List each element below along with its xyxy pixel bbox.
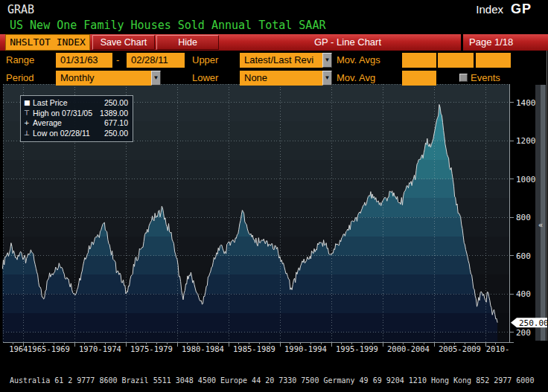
upper-label: Upper xyxy=(192,53,218,68)
hide-button[interactable]: Hide xyxy=(156,35,219,50)
mov-avgs-label: Mov. Avgs xyxy=(337,53,380,68)
svg-text:1990-1994: 1990-1994 xyxy=(284,344,327,353)
svg-text:1000: 1000 xyxy=(516,175,536,184)
average-marker-icon: + xyxy=(24,118,33,129)
function-indicator: Index GP xyxy=(476,1,532,17)
svg-text:1970-1974: 1970-1974 xyxy=(79,344,121,353)
upper-select[interactable]: Latest/Last Revi xyxy=(240,53,322,68)
high-marker-icon: ⊤ xyxy=(24,109,33,119)
svg-text:1964: 1964 xyxy=(9,344,28,353)
svg-text:1995-1999: 1995-1999 xyxy=(336,344,378,353)
chart-type-title: GP - Line Chart xyxy=(314,34,381,51)
legend-average-row: + Average 677.10 xyxy=(24,118,128,129)
low-marker-icon: ⊥ xyxy=(24,129,33,139)
toolbar-separator xyxy=(461,34,463,51)
range-label: Range xyxy=(6,53,34,68)
legend-high-row: ⊤ High on 07/31/05 1389.00 xyxy=(24,109,128,119)
last-price-marker-icon: ■ xyxy=(24,98,33,109)
svg-text:1965-1969: 1965-1969 xyxy=(28,344,70,353)
svg-text:2010-: 2010- xyxy=(486,344,510,353)
header: GRAB Index GP xyxy=(7,1,532,16)
svg-text:200: 200 xyxy=(516,328,531,338)
legend-value: 250.00 xyxy=(104,98,128,109)
events-label: Events xyxy=(471,71,500,86)
legend-label: Low on 02/28/11 xyxy=(33,129,104,139)
svg-text:1985-1989: 1985-1989 xyxy=(233,344,275,353)
legend-low-row: ⊥ Low on 02/28/11 250.00 xyxy=(24,129,128,139)
legend-value: 250.00 xyxy=(104,129,128,139)
save-chart-button[interactable]: Save Chart xyxy=(92,35,155,50)
chart-scrollbar-thumb[interactable] xyxy=(541,85,546,341)
lower-label: Lower xyxy=(192,71,218,86)
svg-text:2005-2009: 2005-2009 xyxy=(439,344,481,353)
period-dropdown-arrow-icon[interactable]: ▼ xyxy=(151,71,161,86)
footer-contact-line-1: Australia 61 2 9777 8600 Brazil 5511 304… xyxy=(10,376,535,385)
svg-text:800: 800 xyxy=(516,213,531,222)
svg-text:1400: 1400 xyxy=(516,98,536,108)
bloomberg-terminal-screen: « 20040060080010001200140019641965-19691… xyxy=(0,0,548,392)
svg-text:600: 600 xyxy=(516,251,531,261)
lower-dropdown-arrow-icon[interactable]: ▼ xyxy=(322,71,332,86)
period-label: Period xyxy=(6,71,34,86)
upper-dropdown-arrow-icon[interactable]: ▼ xyxy=(322,53,332,68)
range-end-input[interactable]: 02/28/11 xyxy=(127,53,185,68)
index-label: Index xyxy=(476,3,503,16)
lower-select[interactable]: None xyxy=(240,71,322,86)
grab-label: GRAB xyxy=(7,3,34,16)
range-separator: - xyxy=(116,53,119,68)
legend-value: 1389.00 xyxy=(100,109,128,119)
svg-text:1200: 1200 xyxy=(516,136,536,146)
chart-toolbar: NHSLTOT INDEX Save Chart Hide GP - Line … xyxy=(0,34,548,51)
mov-avg-input-2[interactable] xyxy=(438,53,474,68)
page-indicator: Page 1/18 xyxy=(469,34,513,51)
collapse-panel-icon[interactable]: « xyxy=(535,221,547,229)
mov-avg-input-1[interactable] xyxy=(402,53,436,68)
svg-text:400: 400 xyxy=(516,289,531,299)
range-start-input[interactable]: 01/31/63 xyxy=(56,53,112,68)
function-code: GP xyxy=(511,1,532,17)
chart-legend: ■ Last Price 250.00 ⊤ High on 07/31/05 1… xyxy=(20,95,133,142)
mov-avg-input-3[interactable] xyxy=(476,53,511,68)
svg-text:1980-1984: 1980-1984 xyxy=(182,344,224,353)
period-select[interactable]: Monthly xyxy=(56,71,151,86)
security-tab[interactable]: NHSLTOT INDEX xyxy=(5,34,90,51)
mov-avg-input-4[interactable] xyxy=(402,71,436,86)
security-description: US New One Family Houses Sold Annual Tot… xyxy=(10,19,325,32)
legend-label: Average xyxy=(33,118,104,129)
legend-last-price-row: ■ Last Price 250.00 xyxy=(24,98,128,109)
svg-text:1975-1979: 1975-1979 xyxy=(130,344,173,353)
legend-label: Last Price xyxy=(33,98,104,109)
svg-text:2000-2004: 2000-2004 xyxy=(387,344,430,353)
events-checkbox[interactable] xyxy=(459,74,468,82)
legend-value: 677.10 xyxy=(104,118,128,129)
panel-right-edge xyxy=(547,34,547,341)
mov-avg-label: Mov. Avg xyxy=(337,71,375,86)
terminal-footer: Australia 61 2 9777 8600 Brazil 5511 304… xyxy=(10,356,535,392)
legend-label: High on 07/31/05 xyxy=(33,109,100,119)
